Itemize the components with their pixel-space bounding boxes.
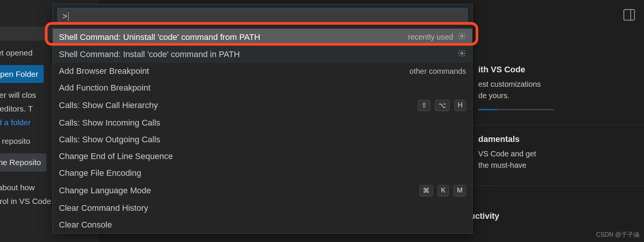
command-palette-item[interactable]: Shell Command: Install 'code' command in… — [53, 46, 472, 63]
command-palette-item[interactable]: Clear Console — [53, 217, 472, 233]
command-palette-item[interactable]: Calls: Show Outgoing Calls — [53, 131, 472, 148]
open-folder-button[interactable]: Open Folder — [0, 65, 44, 83]
command-palette-item[interactable]: Change End of Line Sequence — [53, 148, 472, 165]
command-label: Calls: Show Incoming Calls — [59, 118, 466, 128]
split-editor-icon[interactable] — [623, 9, 635, 21]
command-palette-item[interactable]: Change Language Mode⌘KM — [53, 182, 472, 200]
gear-icon[interactable] — [458, 49, 466, 59]
keybinding-key: ⌘ — [419, 185, 433, 196]
welcome-panel: ith VS Code est customizations de yours.… — [471, 0, 644, 242]
command-label: Clear Command History — [59, 203, 466, 213]
command-label: Add Browser Breakpoint — [59, 66, 409, 76]
command-palette-item[interactable]: Shell Command: Uninstall 'code' command … — [53, 29, 472, 46]
command-label: Shell Command: Install 'code' command in… — [59, 49, 458, 59]
gear-icon[interactable] — [458, 32, 466, 42]
command-palette-item[interactable]: Calls: Show Incoming Calls — [53, 115, 472, 131]
command-label: Change File Encoding — [59, 168, 466, 178]
command-palette-item[interactable]: Add Browser Breakpointother commands — [53, 63, 472, 80]
keybinding-key: H — [454, 100, 466, 111]
command-palette-item[interactable]: Calls: Show Call Hierarchy⇧⌥H — [53, 96, 472, 115]
watermark: CSDN @于子涵 — [596, 231, 639, 239]
card-title: damentals — [478, 134, 637, 144]
command-palette-list: Shell Command: Uninstall 'code' command … — [53, 29, 472, 233]
separator — [471, 185, 644, 186]
keybinding-key: ⇧ — [418, 100, 430, 111]
command-palette-item[interactable]: Change File Encoding — [53, 165, 472, 182]
card-text: de yours. — [478, 90, 637, 101]
command-label: Calls: Show Call Hierarchy — [59, 100, 418, 110]
svg-point-2 — [461, 52, 463, 54]
group-label: other commands — [409, 67, 466, 76]
command-palette-item[interactable]: Add Function Breakpoint — [53, 80, 472, 96]
card-title: ith VS Code — [478, 65, 637, 75]
clone-repository-button[interactable]: one Reposito — [0, 153, 46, 172]
command-label: Calls: Show Outgoing Calls — [59, 135, 466, 145]
command-palette-item[interactable]: Clear Command History — [53, 200, 472, 217]
card-text: est customizations — [478, 78, 637, 90]
command-palette-input[interactable]: > — [57, 8, 468, 25]
group-label: recently used — [408, 33, 453, 41]
progress-bar — [478, 109, 554, 110]
command-label: Add Function Breakpoint — [59, 83, 466, 93]
command-palette: > Shell Command: Uninstall 'code' comman… — [52, 4, 473, 234]
command-label: Change End of Line Sequence — [59, 151, 466, 161]
keybinding-key: K — [438, 185, 449, 196]
command-label: Shell Command: Uninstall 'code' command … — [59, 32, 408, 42]
command-label: Clear Console — [59, 220, 466, 230]
welcome-card-vscode[interactable]: ith VS Code est customizations de yours. — [471, 61, 644, 118]
keybinding-key: M — [454, 185, 466, 196]
keybinding-key: ⌥ — [435, 100, 450, 111]
welcome-card-fundamentals[interactable]: damentals VS Code and get the must-have — [471, 131, 644, 178]
card-text: the must-have — [478, 159, 637, 171]
card-text: VS Code and get — [478, 148, 637, 159]
separator — [471, 125, 644, 125]
svg-point-1 — [461, 35, 463, 37]
command-label: Change Language Mode — [59, 186, 419, 196]
